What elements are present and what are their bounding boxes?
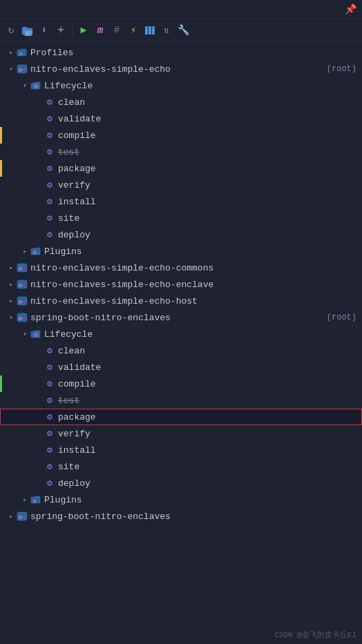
title-bar-actions: 📌 xyxy=(345,3,356,15)
chevron-closed[interactable] xyxy=(6,47,17,58)
node-label: install xyxy=(58,445,356,456)
node-icon-gear: ⚙ xyxy=(44,196,55,207)
tree-item-plugins2[interactable]: m Plugins xyxy=(0,491,362,508)
tree-item-nitro-simple-echo[interactable]: m nitro-enclaves-simple-echo(root) xyxy=(0,61,362,77)
run-button[interactable]: ▶ xyxy=(77,23,90,37)
node-icon-gear: ⚙ xyxy=(44,163,55,174)
node-icon-maven: m xyxy=(17,295,28,306)
tree-item-test2[interactable]: ⚙test xyxy=(0,392,362,409)
left-indicator xyxy=(0,375,2,392)
chevron-open[interactable] xyxy=(19,329,30,340)
svg-rect-5 xyxy=(149,26,151,35)
chevron-closed[interactable] xyxy=(19,246,30,257)
node-icon-maven: m xyxy=(17,312,28,323)
svg-text:m: m xyxy=(32,498,37,504)
node-icon-maven: m xyxy=(17,64,28,75)
tree-item-install1[interactable]: ⚙install xyxy=(0,193,362,210)
node-label: verify xyxy=(58,180,356,191)
tree-item-profiles[interactable]: m Profiles xyxy=(0,44,362,61)
chevron-closed[interactable] xyxy=(6,279,17,290)
tree-item-nitro-commons[interactable]: m nitro-enclaves-simple-echo-commons xyxy=(0,260,362,276)
title-bar: 📌 xyxy=(0,0,362,19)
node-icon-maven: m xyxy=(17,262,28,273)
settings-button[interactable]: 🔧 xyxy=(176,23,190,37)
pin-icon[interactable]: 📌 xyxy=(345,3,356,15)
tree-item-spring-boot-nitro[interactable]: m spring-boot-nitro-enclaves(root) xyxy=(0,309,362,326)
columns-button[interactable] xyxy=(143,23,157,37)
chevron-closed[interactable] xyxy=(19,494,30,505)
tree-item-deploy2[interactable]: ⚙deploy xyxy=(0,475,362,491)
svg-text:m: m xyxy=(18,67,23,74)
open-folder-button[interactable]: ↓ xyxy=(21,23,35,37)
svg-rect-6 xyxy=(152,26,155,35)
node-label: spring-boot-nitro-enclaves xyxy=(30,313,323,323)
node-icon-gear: ⚙ xyxy=(44,213,55,224)
tree-item-install2[interactable]: ⚙install xyxy=(0,442,362,458)
tree-item-clean1[interactable]: ⚙clean xyxy=(0,94,362,110)
sort-button[interactable]: ⇅ xyxy=(160,23,173,37)
add-button[interactable]: + xyxy=(54,23,68,37)
node-icon-gear: ⚙ xyxy=(44,179,55,191)
node-label: install xyxy=(58,197,356,207)
node-label: clean xyxy=(58,346,356,356)
tree-item-validate1[interactable]: ⚙validate xyxy=(0,110,362,127)
node-icon-gear: ⚙ xyxy=(44,395,55,406)
node-icon-gear: ⚙ xyxy=(44,411,55,422)
refresh-button[interactable]: ↻ xyxy=(4,23,18,37)
toolbar: ↻ ↓ ⬇ + ▶ m # ⚡ ⇅ 🔧 xyxy=(0,19,362,41)
svg-point-43 xyxy=(24,517,26,518)
tree-item-nitro-enclave[interactable]: m nitro-enclaves-simple-echo-enclave xyxy=(0,276,362,293)
tree-item-site1[interactable]: ⚙site xyxy=(0,210,362,226)
node-label: spring-boot-nitro-enclaves xyxy=(30,511,356,522)
node-icon-folder-gear xyxy=(30,329,41,340)
tree-item-nitro-host[interactable]: m nitro-enclaves-simple-echo-host xyxy=(0,293,362,309)
watermark: CSDN @会飞的皮卡丘El xyxy=(274,630,356,640)
tree-item-compile2[interactable]: ⚙compile xyxy=(0,375,362,392)
node-icon-gear: ⚙ xyxy=(44,461,55,472)
node-icon-gear: ⚙ xyxy=(44,445,55,456)
node-label: deploy xyxy=(58,230,356,240)
tree-item-compile1[interactable]: ⚙compile xyxy=(0,127,362,144)
tree-item-clean2[interactable]: ⚙clean xyxy=(0,342,362,359)
node-icon-folder-special: m xyxy=(17,47,28,58)
svg-point-20 xyxy=(24,269,26,270)
tree-item-spring-boot-nitro2[interactable]: m spring-boot-nitro-enclaves xyxy=(0,508,362,525)
tree-item-validate2[interactable]: ⚙validate xyxy=(0,359,362,375)
node-icon-folder-special: m xyxy=(30,494,41,505)
lightning-button[interactable]: ⚡ xyxy=(126,23,140,37)
parallel-button[interactable]: # xyxy=(110,23,124,37)
svg-text:↓: ↓ xyxy=(29,31,32,36)
svg-point-35 xyxy=(24,318,26,320)
tree-item-package1[interactable]: ⚙package xyxy=(0,160,362,177)
chevron-open[interactable] xyxy=(6,312,17,323)
chevron-closed[interactable] xyxy=(6,511,17,522)
node-icon-gear: ⚙ xyxy=(44,478,55,489)
node-icon-gear: ⚙ xyxy=(44,362,55,373)
tree-item-test1[interactable]: ⚙test xyxy=(0,144,362,160)
tree-item-site2[interactable]: ⚙site xyxy=(0,458,362,475)
node-label: Profiles xyxy=(30,48,356,58)
node-label: Plugins xyxy=(44,495,356,505)
maven-button[interactable]: m xyxy=(93,23,107,37)
node-icon-gear: ⚙ xyxy=(44,229,55,240)
chevron-closed[interactable] xyxy=(6,295,17,306)
node-label: nitro-enclaves-simple-echo-enclave xyxy=(30,280,356,290)
tree-item-package2[interactable]: ⚙package xyxy=(0,409,362,425)
tree-item-plugins1[interactable]: m Plugins xyxy=(0,243,362,260)
tree-item-lifecycle1[interactable]: Lifecycle xyxy=(0,77,362,94)
chevron-open[interactable] xyxy=(19,80,30,91)
svg-rect-1 xyxy=(22,27,27,29)
tree-item-verify1[interactable]: ⚙verify xyxy=(0,177,362,193)
node-icon-maven: m xyxy=(17,279,28,290)
chevron-open[interactable] xyxy=(6,64,17,75)
node-icon-maven: m xyxy=(17,511,28,522)
chevron-closed[interactable] xyxy=(6,262,17,273)
download-button[interactable]: ⬇ xyxy=(37,23,51,37)
maven-tree: m Profiles m nitro-enclaves-simple-echo(… xyxy=(0,41,362,527)
tree-item-verify2[interactable]: ⚙verify xyxy=(0,425,362,442)
tree-item-lifecycle2[interactable]: Lifecycle xyxy=(0,326,362,342)
node-label: nitro-enclaves-simple-echo xyxy=(30,64,323,75)
node-label: deploy xyxy=(58,478,356,489)
svg-text:m: m xyxy=(18,315,23,322)
tree-item-deploy1[interactable]: ⚙deploy xyxy=(0,226,362,243)
